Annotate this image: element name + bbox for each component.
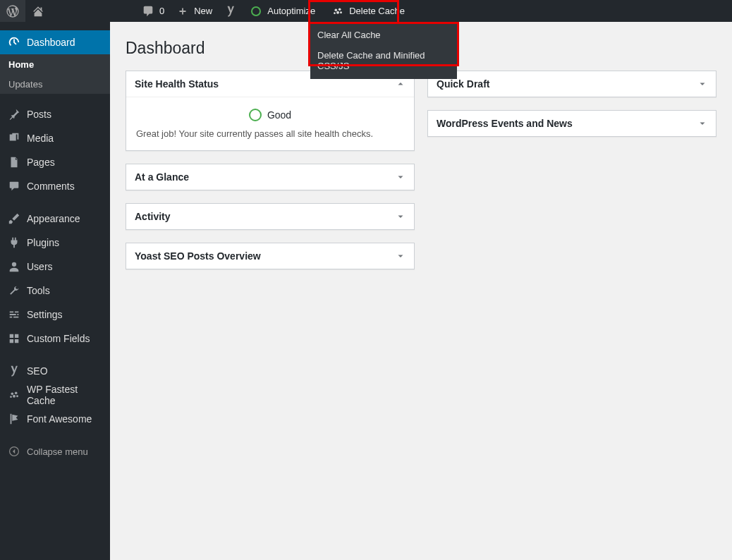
wordpress-logo-icon [6, 4, 20, 18]
svg-point-5 [11, 392, 14, 395]
health-good-indicator-icon [249, 109, 262, 121]
sidebar-sub-home[interactable]: Home [0, 54, 110, 74]
sidebar-comments-label: Comments [27, 181, 75, 192]
svg-point-3 [334, 12, 336, 14]
dashboard-col-right: Quick Draft WordPress Events and News [427, 71, 716, 269]
sidebar-item-tools[interactable]: Tools [0, 279, 110, 303]
toolbar-yoast[interactable] [218, 0, 243, 22]
sidebar-tools-label: Tools [27, 285, 50, 296]
sidebar-settings-label: Settings [27, 309, 63, 320]
wpfc-cheetah-icon [331, 4, 345, 18]
svg-point-0 [335, 8, 338, 11]
toolbar-autoptimize[interactable]: Autoptimize [243, 0, 321, 22]
brush-icon [7, 212, 21, 226]
wp-logo-menu[interactable] [0, 0, 25, 22]
home-icon [31, 4, 45, 18]
sidebar-item-dashboard[interactable]: Dashboard [0, 30, 110, 54]
sidebar-item-comments[interactable]: Comments [0, 174, 110, 198]
delete-cache-label: Delete Cache [349, 6, 405, 16]
sidebar-appearance-label: Appearance [27, 213, 80, 224]
widget-activity: Activity [126, 203, 415, 230]
sidebar-item-custom-fields[interactable]: Custom Fields [0, 327, 110, 351]
sidebar-item-pages[interactable]: Pages [0, 150, 110, 174]
health-message: Great job! Your site currently passes al… [136, 128, 404, 139]
sidebar-item-appearance[interactable]: Appearance [0, 207, 110, 231]
toolbar-comments[interactable]: 0 [135, 0, 170, 22]
widget-activity-header[interactable]: Activity [126, 204, 414, 229]
dashboard-icon [7, 35, 21, 49]
svg-point-2 [336, 11, 339, 13]
chevron-down-icon [396, 212, 405, 221]
widget-quick-draft: Quick Draft [427, 71, 716, 97]
health-status-label: Good [267, 109, 291, 121]
sidebar-font-awesome-label: Font Awesome [27, 413, 92, 425]
widget-wp-news: WordPress Events and News [427, 110, 716, 137]
widget-wp-news-title: WordPress Events and News [437, 118, 573, 129]
new-label: New [194, 6, 212, 16]
widget-site-health-title: Site Health Status [135, 78, 219, 90]
sidebar-pages-label: Pages [27, 157, 55, 168]
sidebar-users-label: Users [27, 261, 53, 272]
widget-at-a-glance: At a Glance [126, 164, 415, 190]
comments-icon [7, 179, 21, 193]
autoptimize-label: Autoptimize [267, 6, 315, 16]
widget-wp-news-header[interactable]: WordPress Events and News [428, 111, 716, 136]
toolbar-delete-cache[interactable]: Delete Cache [321, 0, 410, 22]
autoptimize-status-icon [249, 4, 263, 18]
dropdown-clear-all-cache[interactable]: Clear All Cache [310, 25, 457, 45]
sidebar-item-wpfc[interactable]: WP Fastest Cache [0, 383, 110, 407]
delete-cache-dropdown: Clear All Cache Delete Cache and Minifie… [310, 22, 457, 79]
plug-icon [7, 236, 21, 250]
yoast-icon [224, 4, 238, 18]
svg-point-6 [15, 392, 18, 395]
svg-point-9 [16, 395, 18, 397]
widget-yoast-posts: Yoast SEO Posts Overview [126, 243, 415, 269]
chevron-down-icon [396, 251, 405, 261]
admin-sidebar: Dashboard Home Updates Posts Media Pages… [0, 22, 110, 560]
sidebar-item-settings[interactable]: Settings [0, 303, 110, 327]
page-body: Dashboard Site Health Status Good Great … [110, 22, 732, 560]
widget-quick-draft-title: Quick Draft [437, 78, 489, 90]
sidebar-item-font-awesome[interactable]: Font Awesome [0, 407, 110, 431]
chevron-down-icon [697, 79, 707, 89]
widget-at-a-glance-header[interactable]: At a Glance [126, 164, 414, 190]
svg-point-7 [13, 395, 16, 398]
sidebar-item-posts[interactable]: Posts [0, 102, 110, 126]
sidebar-collapse-menu[interactable]: Collapse menu [0, 439, 110, 463]
wrench-icon [7, 284, 21, 298]
svg-point-1 [338, 8, 341, 11]
chevron-up-icon [396, 79, 405, 89]
sidebar-item-seo[interactable]: SEO [0, 359, 110, 383]
plus-icon [176, 4, 190, 18]
sidebar-sub-updates[interactable]: Updates [0, 74, 110, 94]
dashboard-col-left: Site Health Status Good Great job! Your … [126, 71, 415, 269]
flag-icon [7, 412, 21, 426]
site-home-link[interactable] [25, 0, 51, 22]
sidebar-wpfc-label: WP Fastest Cache [27, 384, 103, 406]
page-icon [7, 155, 21, 169]
widget-at-a-glance-title: At a Glance [135, 171, 189, 183]
svg-point-8 [10, 396, 12, 398]
wpfc-sidebar-icon [7, 388, 21, 402]
sidebar-media-label: Media [27, 133, 54, 144]
toolbar-new[interactable]: New [170, 0, 218, 22]
widget-quick-draft-header[interactable]: Quick Draft [428, 71, 716, 97]
media-icon [7, 131, 21, 145]
widget-activity-title: Activity [135, 211, 171, 222]
chevron-down-icon [396, 172, 405, 182]
sidebar-item-users[interactable]: Users [0, 255, 110, 279]
widget-site-health: Site Health Status Good Great job! Your … [126, 71, 415, 151]
dropdown-delete-cache-minified[interactable]: Delete Cache and Minified CSS/JS [310, 45, 457, 76]
pin-icon [7, 107, 21, 121]
user-icon [7, 260, 21, 274]
sidebar-custom-fields-label: Custom Fields [27, 333, 90, 344]
sidebar-seo-label: SEO [27, 365, 48, 377]
sidebar-collapse-label: Collapse menu [27, 446, 88, 457]
sidebar-item-plugins[interactable]: Plugins [0, 231, 110, 255]
widget-yoast-posts-header[interactable]: Yoast SEO Posts Overview [126, 243, 414, 269]
collapse-arrow-icon [7, 444, 21, 458]
grid-icon [7, 331, 21, 346]
admin-toolbar: 0 New Autoptimize Delete Cache [0, 0, 732, 22]
sidebar-dashboard-label: Dashboard [27, 37, 75, 48]
sidebar-item-media[interactable]: Media [0, 126, 110, 150]
